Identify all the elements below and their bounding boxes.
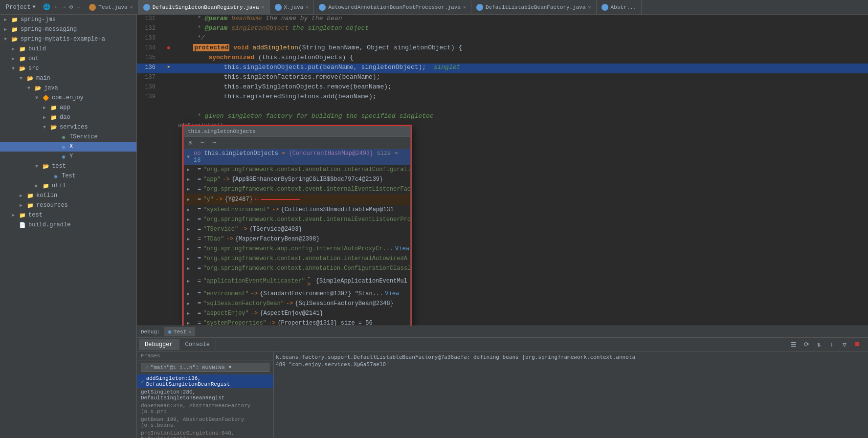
debug-item-14[interactable]: ▶ = "aspectEnjoy" -> {AspectEnjoy@2141}	[184, 308, 410, 318]
debug-item-3[interactable]: ▶ = "y" -> {Y@2487} ←	[184, 194, 410, 205]
debug-item-6[interactable]: ▶ = "TService" -> {TService@2403}	[184, 224, 410, 234]
tree-arrow: ▼	[27, 86, 34, 91]
tab-debugger[interactable]: Debugger	[139, 339, 179, 350]
code-line-137: 137 this.singletonFactories.remove(beanN…	[137, 73, 868, 83]
tree-item-test-class[interactable]: ◉ Test	[0, 171, 136, 181]
session-close[interactable]: ✕	[188, 329, 191, 335]
popup-forward-icon[interactable]: →	[209, 138, 219, 148]
debug-eq-icon: =	[198, 300, 201, 307]
frame-item-0[interactable]: ✓ addSingleton:136, DefaultSingletonBean…	[137, 374, 273, 388]
project-selector[interactable]: Project ▼	[2, 4, 39, 11]
view-link[interactable]: View	[395, 245, 409, 252]
tree-item-app[interactable]: ▶ 📁 app	[0, 103, 136, 112]
debug-item-8[interactable]: ▶ = "org.springframework.aop.config.inte…	[184, 244, 410, 254]
debug-eq-icon: =	[198, 176, 201, 183]
tree-item-services[interactable]: ▼ 📂 services	[0, 122, 136, 132]
popup-back-icon[interactable]: ←	[198, 138, 207, 148]
code-content[interactable]: 131 * @param beanName the name by the be…	[137, 15, 868, 326]
tree-item-resources[interactable]: ▶ 📁 resources	[0, 200, 136, 210]
debug-item-12[interactable]: ▶ = "environment" -> {StandardEnvironmen…	[184, 289, 410, 299]
tree-item-test-folder[interactable]: ▼ 📂 test	[0, 161, 136, 171]
tree-item-tservice[interactable]: ◉ TService	[0, 132, 136, 142]
tree-item-x[interactable]: ◉ X	[0, 142, 136, 152]
tab-close-autowired[interactable]: ✕	[463, 4, 466, 10]
tree-item-main[interactable]: ▼ 📂 main	[0, 73, 136, 83]
tree-item-build[interactable]: ▶ 📁 build	[0, 44, 136, 54]
minimize-icon[interactable]: —	[77, 4, 80, 11]
stop-icon[interactable]: ⏹	[852, 340, 862, 350]
tree-item-build-gradle[interactable]: 📄 build.gradle	[0, 220, 136, 230]
frame-label: getBean:199, AbstractBeanFactory (o.s.be…	[141, 416, 269, 428]
folder-icon: 📁	[42, 182, 50, 190]
debug-item-10[interactable]: ▶ = "org.springframework.context.annotat…	[184, 263, 410, 273]
tree-label: spring-mybatis-example-a	[21, 36, 105, 43]
debug-item-7[interactable]: ▶ = "TDao" -> {MapperFactoryBean@2398}	[184, 234, 410, 244]
folder-icon: 📁	[11, 25, 19, 33]
tab-abstr[interactable]: Abstr...	[597, 0, 642, 15]
nav-forward-icon[interactable]: →	[62, 4, 66, 11]
frame-item-1[interactable]: getSingleton:280, DefaultSingletonBeanRe…	[137, 388, 273, 402]
tab-close-listable[interactable]: ✕	[588, 4, 591, 10]
tree-item-kotlin[interactable]: ▶ 📁 kotlin	[0, 191, 136, 200]
thread-selector[interactable]: ✓ "main"@1 i..n": RUNNING ▼	[137, 361, 273, 374]
tab-close-test[interactable]: ✕	[130, 4, 133, 10]
debug-item-1[interactable]: ▶ = "app" -> {App$$EnhancerBySpringCGLIB…	[184, 175, 410, 184]
settings-icon[interactable]: ⚙	[69, 3, 73, 11]
tree-item-com-enjoy[interactable]: ▼ 🔶 com.enjoy	[0, 93, 136, 103]
debug-item-11[interactable]: ▶ = "applicationEventMulticaster" -> {Si…	[184, 273, 410, 289]
tree-item-dao[interactable]: ▶ 📁 dao	[0, 112, 136, 122]
tree-item-spring-messaging[interactable]: ▶ 📁 spring-messaging	[0, 24, 136, 34]
view-link[interactable]: View	[385, 290, 399, 297]
nav-back-icon[interactable]: ←	[54, 4, 58, 11]
tree-item-spring-mybatis[interactable]: ▼ 📂 spring-mybatis-example-a	[0, 34, 136, 44]
frame-item-4[interactable]: preInstantiateSingletons:848, DefaultLis…	[137, 429, 273, 438]
popup-move-icon[interactable]: ⇱	[186, 138, 196, 148]
popup-content[interactable]: ▼ oo this.singletonObjects = {Concurrent…	[184, 149, 410, 326]
frame-item-3[interactable]: getBean:199, AbstractBeanFactory (o.s.be…	[137, 416, 273, 429]
folder-icon: 📁	[50, 113, 58, 121]
dropdown-arrow: ▼	[228, 365, 231, 370]
tree-item-test2[interactable]: ▶ 📁 test	[0, 210, 136, 220]
frame-label: preInstantiateSingletons:848, DefaultLis…	[141, 430, 269, 438]
tree-label: TService	[69, 133, 98, 140]
step-down-icon[interactable]: ↓	[827, 340, 837, 350]
tab-close-singleton[interactable]: ✕	[262, 4, 265, 10]
tab-autowired[interactable]: AutowiredAnnotationBeanPostProcessor.jav…	[314, 0, 471, 15]
file-icon: 📄	[19, 221, 26, 229]
sort-icon[interactable]: ⇅	[814, 340, 824, 350]
debug-item-4[interactable]: ▶ = "systemEnvironment" -> {Collections$…	[184, 205, 410, 215]
frame-check-icon: ✓	[141, 378, 144, 385]
debug-item-9[interactable]: ▶ = "org.springframework.context.annotat…	[184, 254, 410, 263]
tree-item-spring-jms[interactable]: ▶ 📁 spring-jms	[0, 15, 136, 24]
debug-item-15[interactable]: ▶ = "systemProperties" -> {Properties@13…	[184, 318, 410, 326]
globe-icon[interactable]: 🌐	[43, 3, 50, 11]
list-icon[interactable]: ☰	[789, 340, 799, 350]
tree-label: java	[44, 85, 58, 91]
tab-close-x[interactable]: ✕	[306, 4, 309, 10]
debug-eq-icon: =	[198, 310, 201, 317]
tab-listable[interactable]: DefaultListableBeanFactory.java ✕	[471, 0, 597, 15]
tree-item-util[interactable]: ▶ 📁 util	[0, 181, 136, 191]
line-number: 139	[137, 93, 161, 100]
debug-root-item[interactable]: ▼ oo this.singletonObjects = {Concurrent…	[184, 149, 410, 165]
tab-console[interactable]: Console	[179, 339, 216, 350]
tree-item-y[interactable]: ◉ Y	[0, 152, 136, 161]
debug-item-13[interactable]: ▶ = "sqlSessionFactoryBean" -> {SqlSessi…	[184, 299, 410, 308]
tab-test-java[interactable]: Test.java ✕	[84, 0, 138, 15]
debug-item-5[interactable]: ▶ = "org.springframework.context.event.i…	[184, 215, 410, 224]
debug-item-0[interactable]: ▶ = "org.springframework.context.annotat…	[184, 165, 410, 175]
debug-key: "TDao"	[203, 236, 224, 242]
tree-item-src[interactable]: ▼ 📂 src	[0, 64, 136, 73]
tab-default-singleton[interactable]: DefaultSingletonBeanRegistry.java ✕	[138, 0, 270, 15]
debug-session-tab[interactable]: ◉ Test ✕	[164, 327, 196, 336]
thread-dropdown[interactable]: ✓ "main"@1 i..n": RUNNING ▼	[141, 363, 269, 372]
funnel-icon[interactable]: ▽	[840, 340, 849, 350]
frame-item-2[interactable]: doGetBean:318, AbstractBeanFactory (o.s.…	[137, 402, 273, 416]
threads-icon[interactable]: ⟳	[801, 340, 811, 350]
tab-x-java[interactable]: X.java ✕	[270, 0, 314, 15]
debug-item-2[interactable]: ▶ = "org.springframework.context.event.i…	[184, 184, 410, 194]
tree-item-java[interactable]: ▼ 📂 java	[0, 83, 136, 93]
tree-label: util	[52, 182, 66, 189]
expand-arrow: ▶	[187, 278, 194, 284]
tree-item-out[interactable]: ▶ 📁 out	[0, 54, 136, 64]
